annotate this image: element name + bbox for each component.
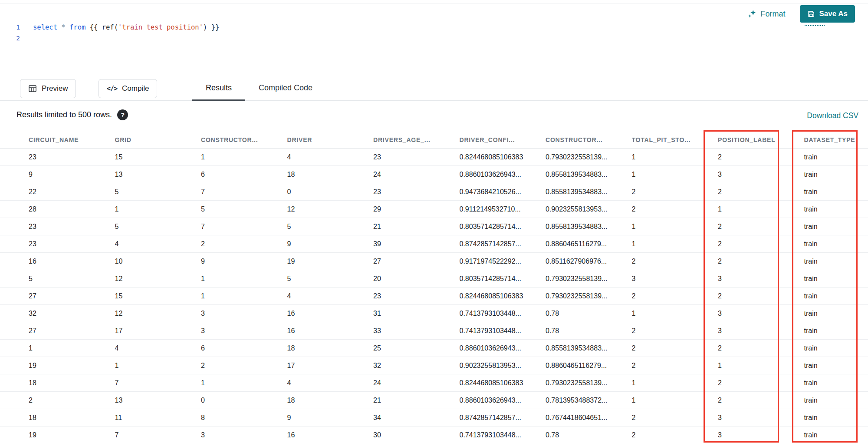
table-row: 271514230.8244680851063830.7930232558139…: [0, 288, 868, 305]
table-cell: 5: [29, 275, 115, 283]
table-cell: 2: [718, 153, 804, 161]
table-cell: 22: [29, 188, 115, 196]
table-cell: 0.824468085106383: [460, 153, 546, 161]
table-cell: 2: [632, 258, 718, 265]
table-row: 2717316330.7413793103448...0.7823train: [0, 322, 868, 340]
table-cell: 7: [115, 431, 201, 439]
table-cell: 16: [29, 258, 115, 265]
tab-results[interactable]: Results: [192, 76, 245, 101]
code-text[interactable]: [20, 33, 33, 44]
code-text[interactable]: select * from {{ ref('train_test_positio…: [20, 22, 219, 33]
table-cell: 18: [287, 397, 374, 404]
table-cell: 2: [632, 205, 718, 213]
table-cell: 16: [287, 310, 374, 317]
table-cell: 2: [718, 188, 804, 196]
table-cell: 13: [115, 171, 201, 179]
table-cell: 0.7930232558139...: [546, 275, 632, 283]
table-cell: 1: [632, 153, 718, 161]
table-cell: 1: [632, 240, 718, 248]
table-row: 23429390.8742857142857...0.8860465116279…: [0, 235, 868, 253]
table-cell: train: [804, 205, 868, 213]
table-cell: 3: [718, 310, 804, 317]
table-cell: train: [804, 414, 868, 422]
table-cell: 19: [29, 431, 115, 439]
table-cell: train: [804, 344, 868, 352]
line-number: 1: [0, 22, 20, 33]
table-cell: 25: [373, 344, 460, 352]
tab-compiled-code[interactable]: Compiled Code: [245, 76, 326, 101]
row-limit-message: Results limited to 500 rows.: [16, 110, 112, 119]
table-cell: 28: [29, 205, 115, 213]
code-line[interactable]: 2: [0, 33, 868, 44]
table-cell: 24: [373, 171, 460, 179]
table-cell: 20: [373, 275, 460, 283]
result-tabs: Results Compiled Code: [192, 76, 326, 101]
table-cell: 0.78: [546, 431, 632, 439]
table-cell: 12: [115, 310, 201, 317]
table-cell: 1: [201, 379, 287, 387]
table-cell: 2: [632, 327, 718, 335]
table-cell: 2: [632, 362, 718, 370]
table-cell: 0.9112149532710...: [460, 205, 546, 213]
table-row: 913618240.8860103626943...0.855813953488…: [0, 166, 868, 183]
table-cell: 23: [29, 223, 115, 231]
table-cell: 0.7674418604651...: [546, 414, 632, 422]
table-cell: 3: [201, 431, 287, 439]
download-csv-link[interactable]: Download CSV: [807, 111, 858, 120]
compile-label: Compile: [122, 84, 149, 93]
table-cell: 21: [373, 223, 460, 231]
table-cell: 2: [632, 431, 718, 439]
table-icon: [28, 84, 37, 93]
table-cell: 23: [29, 240, 115, 248]
table-cell: train: [804, 188, 868, 196]
table-cell: 0.8742857142857...: [460, 240, 546, 248]
table-row: 1610919270.9171974522292...0.85116279069…: [0, 253, 868, 270]
table-cell: train: [804, 240, 868, 248]
table-cell: 9: [287, 414, 374, 422]
table-cell: 1: [115, 362, 201, 370]
table-cell: train: [804, 397, 868, 404]
sql-editor[interactable]: 1select * from {{ ref('train_test_positi…: [0, 22, 868, 44]
table-cell: 1: [201, 153, 287, 161]
table-cell: 1: [632, 397, 718, 404]
table-cell: 9: [29, 171, 115, 179]
save-as-button[interactable]: Save As: [800, 5, 855, 23]
table-cell: 0.8860465116279...: [546, 240, 632, 248]
table-cell: 1: [201, 275, 287, 283]
preview-button[interactable]: Preview: [20, 79, 76, 98]
table-cell: 2: [201, 240, 287, 248]
pane-top-divider: [0, 3, 868, 3]
table-cell: 17: [287, 362, 374, 370]
format-button[interactable]: Format: [747, 8, 786, 20]
table-cell: 29: [373, 205, 460, 213]
table-cell: 2: [718, 379, 804, 387]
table-cell: 0.7930232558139...: [546, 292, 632, 300]
tab-results-label: Results: [206, 83, 232, 93]
column-header: DATASET_TYPE: [804, 136, 868, 143]
table-cell: 1: [632, 223, 718, 231]
table-row: 23575210.8035714285714...0.8558139534883…: [0, 218, 868, 235]
code-icon: </>: [107, 85, 117, 93]
table-cell: 34: [373, 414, 460, 422]
column-header: GRID: [115, 136, 201, 143]
table-cell: 5: [287, 223, 374, 231]
table-cell: 19: [287, 258, 374, 265]
table-cell: 2: [201, 362, 287, 370]
table-cell: 6: [201, 344, 287, 352]
table-cell: 0.9171974522292...: [460, 258, 546, 265]
table-cell: 7: [201, 188, 287, 196]
code-line[interactable]: 1select * from {{ ref('train_test_positi…: [0, 22, 868, 33]
table-cell: 2: [718, 344, 804, 352]
table-cell: 2: [632, 292, 718, 300]
compile-button[interactable]: </> Compile: [99, 79, 157, 98]
table-cell: train: [804, 153, 868, 161]
table-cell: 17: [115, 327, 201, 335]
table-cell: 0.7930232558139...: [546, 379, 632, 387]
table-cell: 6: [201, 171, 287, 179]
column-header: DRIVER_CONFI...: [460, 136, 546, 143]
table-cell: 2: [718, 258, 804, 265]
help-icon[interactable]: ?: [117, 109, 128, 120]
table-cell: 23: [373, 292, 460, 300]
table-cell: 2: [632, 414, 718, 422]
table-cell: 3: [718, 171, 804, 179]
